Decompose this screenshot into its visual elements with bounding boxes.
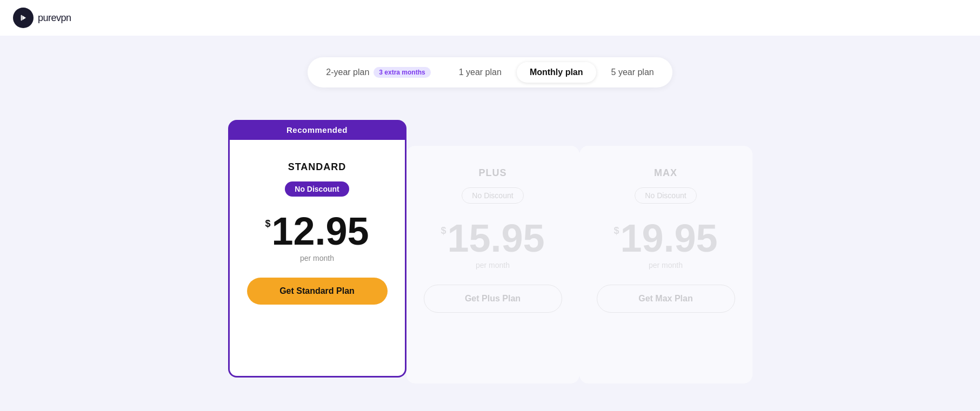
tab-five-year-label: 5 year plan: [611, 68, 654, 77]
max-discount-badge: No Discount: [635, 187, 696, 204]
plus-price-currency: $: [441, 225, 446, 237]
max-plan-name: MAX: [654, 167, 677, 179]
standard-price-block: $ 12.95: [265, 212, 369, 251]
standard-cta-button[interactable]: Get Standard Plan: [247, 278, 388, 305]
standard-plan-name: STANDARD: [288, 161, 346, 173]
standard-card-wrapper: Recommended STANDARD No Discount $ 12.95…: [228, 120, 406, 378]
plus-price-block: $ 15.95: [441, 219, 544, 258]
tab-monthly-label: Monthly plan: [530, 68, 583, 77]
max-per-month: per month: [649, 261, 683, 269]
tab-two-year[interactable]: 2-year plan 3 extra months: [313, 62, 443, 83]
max-price-amount: 19.95: [620, 219, 717, 258]
plus-cta-button[interactable]: Get Plus Plan: [424, 285, 562, 313]
plus-card-wrapper: PLUS No Discount $ 15.95 per month Get P…: [406, 120, 579, 383]
plus-price-amount: 15.95: [447, 219, 544, 258]
tab-two-year-label: 2-year plan: [326, 68, 369, 77]
logo-icon: [13, 8, 34, 28]
plus-plan-card: PLUS No Discount $ 15.95 per month Get P…: [406, 146, 579, 383]
plus-plan-name: PLUS: [478, 167, 506, 179]
standard-price-currency: $: [265, 218, 270, 230]
tab-one-year-label: 1 year plan: [459, 68, 502, 77]
plus-discount-badge: No Discount: [462, 187, 523, 204]
standard-price-amount: 12.95: [271, 212, 369, 251]
max-plan-card: MAX No Discount $ 19.95 per month Get Ma…: [579, 146, 752, 383]
plan-tabs: 2-year plan 3 extra months 1 year plan M…: [308, 57, 672, 87]
logo-text: purevpn: [38, 12, 71, 24]
max-price-block: $ 19.95: [614, 219, 717, 258]
tab-one-year[interactable]: 1 year plan: [446, 62, 515, 83]
plus-per-month: per month: [476, 261, 510, 269]
header: purevpn: [0, 0, 980, 36]
extra-months-badge: 3 extra months: [374, 67, 430, 78]
max-cta-button[interactable]: Get Max Plan: [597, 285, 735, 313]
tab-five-year[interactable]: 5 year plan: [598, 62, 667, 83]
standard-plan-card: STANDARD No Discount $ 12.95 per month G…: [228, 140, 406, 378]
tab-monthly[interactable]: Monthly plan: [517, 62, 596, 83]
standard-per-month: per month: [300, 254, 334, 262]
max-card-wrapper: MAX No Discount $ 19.95 per month Get Ma…: [579, 120, 752, 383]
standard-discount-badge: No Discount: [285, 181, 349, 197]
max-price-currency: $: [614, 225, 619, 237]
recommended-banner: Recommended: [228, 120, 406, 140]
main-content: 2-year plan 3 extra months 1 year plan M…: [0, 36, 980, 383]
plan-cards-wrapper: Recommended STANDARD No Discount $ 12.95…: [0, 120, 980, 383]
